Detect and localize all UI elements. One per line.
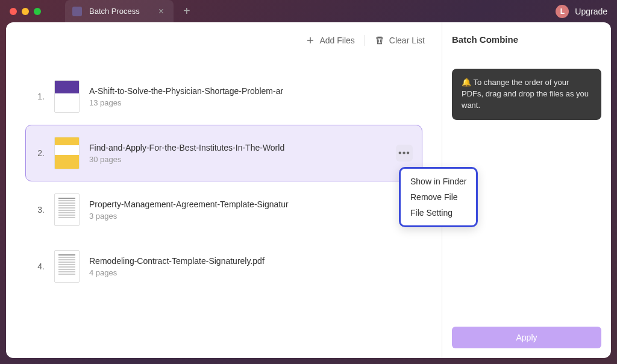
file-thumbnail: [54, 193, 80, 226]
trash-icon: [375, 36, 384, 45]
add-files-label: Add Files: [320, 36, 355, 45]
list-item[interactable]: 4. Remodeling-Contract-Template-Signatur…: [25, 238, 422, 295]
file-info: Find-and-Apply-For-the-Best-Institutes-I…: [89, 143, 386, 164]
apply-button[interactable]: Apply: [452, 327, 601, 348]
maximize-window-button[interactable]: [34, 8, 41, 15]
main-panel: Add Files Clear List 1. A-Shift-to-Solve…: [6, 22, 442, 358]
more-icon: •••: [398, 148, 410, 158]
file-name: Property-Management-Agreement-Template-S…: [89, 199, 413, 209]
file-number: 4.: [35, 262, 45, 271]
clear-list-button[interactable]: Clear List: [375, 36, 425, 45]
tab-title: Batch Process: [89, 7, 149, 16]
sidebar-title: Batch Combine: [452, 34, 601, 45]
new-tab-button[interactable]: +: [178, 4, 195, 18]
tab-batch-process[interactable]: Batch Process ×: [65, 0, 174, 22]
minimize-window-button[interactable]: [22, 8, 29, 15]
file-info: A-Shift-to-Solve-the-Physician-Shortage-…: [89, 86, 413, 107]
avatar[interactable]: L: [556, 5, 569, 18]
menu-remove-file[interactable]: Remove File: [401, 189, 476, 205]
tip-box: 🔔 To change the order of your PDFs, drag…: [452, 69, 601, 120]
file-info: Property-Management-Agreement-Template-S…: [89, 199, 413, 221]
file-pages: 4 pages: [89, 268, 413, 277]
file-info: Remodeling-Contract-Template-Signaturely…: [89, 256, 413, 277]
file-pages: 13 pages: [89, 98, 413, 107]
toolbar: Add Files Clear List: [6, 22, 442, 51]
upgrade-link[interactable]: Upgrade: [575, 7, 607, 16]
file-pages: 3 pages: [89, 212, 413, 221]
plus-icon: [305, 36, 315, 45]
more-options-button[interactable]: •••: [396, 145, 413, 162]
close-tab-button[interactable]: ×: [156, 6, 166, 17]
file-number: 2.: [35, 148, 45, 158]
list-item[interactable]: 3. Property-Management-Agreement-Templat…: [25, 181, 422, 238]
close-window-button[interactable]: [10, 8, 17, 15]
tabs-container: Batch Process × +: [65, 0, 556, 22]
file-number: 1.: [35, 92, 45, 101]
list-item[interactable]: 1. A-Shift-to-Solve-the-Physician-Shorta…: [25, 68, 422, 125]
file-list: 1. A-Shift-to-Solve-the-Physician-Shorta…: [6, 51, 442, 358]
file-pages: 30 pages: [89, 155, 386, 164]
header-right: L Upgrade: [556, 5, 607, 18]
title-bar: Batch Process × + L Upgrade: [0, 0, 617, 22]
context-menu: Show in Finder Remove File File Setting: [399, 167, 478, 227]
file-number: 3.: [35, 205, 45, 215]
file-thumbnail: [54, 250, 80, 283]
menu-file-setting[interactable]: File Setting: [401, 205, 476, 221]
toolbar-divider: [365, 35, 365, 46]
file-name: A-Shift-to-Solve-the-Physician-Shortage-…: [89, 86, 413, 96]
file-thumbnail: [54, 80, 80, 113]
traffic-lights: [10, 8, 41, 15]
clear-list-label: Clear List: [389, 36, 425, 45]
add-files-button[interactable]: Add Files: [305, 36, 355, 45]
file-name: Find-and-Apply-For-the-Best-Institutes-I…: [89, 143, 386, 152]
list-item[interactable]: 2. Find-and-Apply-For-the-Best-Institute…: [25, 125, 422, 181]
file-name: Remodeling-Contract-Template-Signaturely…: [89, 256, 413, 266]
menu-show-in-finder[interactable]: Show in Finder: [401, 174, 476, 189]
file-thumbnail: [54, 137, 80, 169]
tab-icon: [72, 7, 82, 16]
app-window: Add Files Clear List 1. A-Shift-to-Solve…: [6, 22, 611, 358]
